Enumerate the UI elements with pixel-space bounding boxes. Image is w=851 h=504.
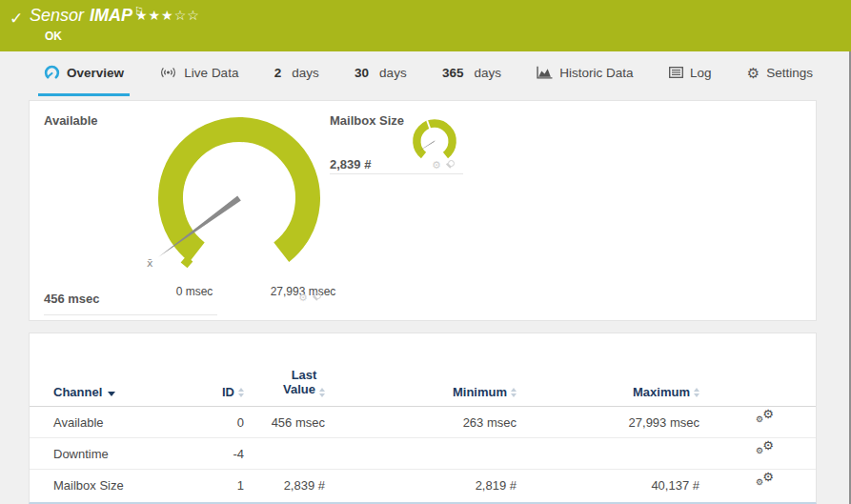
channel-maximum — [521, 438, 704, 470]
column-header-minimum-label: Minimum — [453, 385, 507, 399]
live-data-icon — [159, 66, 177, 79]
tab-30-days[interactable]: 30 days — [349, 51, 413, 96]
tab-365-days-number: 365 — [442, 66, 464, 80]
tab-2-days-label: days — [292, 66, 319, 80]
channel-name[interactable]: Downtime — [53, 438, 220, 470]
stars-filled: ★★★ — [135, 8, 174, 23]
sensor-name: IMAP — [90, 6, 132, 25]
channel-settings-icon[interactable]: ⚙⚙ — [756, 448, 774, 463]
gear-icon: ⚙ — [747, 66, 760, 80]
tab-365-days-label: days — [474, 66, 501, 80]
table-row-available[interactable]: Available 0 456 msec 263 msec 27,993 mse… — [30, 407, 816, 438]
log-icon — [669, 67, 683, 78]
channel-settings-icon[interactable]: ⚙⚙ — [756, 416, 774, 432]
channel-id: 1 — [220, 470, 249, 501]
channel-name[interactable]: Available — [53, 407, 220, 438]
gauge-settings-icon[interactable]: ⚙ — [432, 160, 441, 171]
status-badge: OK — [45, 30, 62, 43]
gauge-mailbox-tools: ⚙ — [432, 160, 454, 171]
channel-last-value — [249, 438, 330, 470]
column-header-id-label: ID — [222, 385, 234, 399]
divider — [330, 173, 463, 174]
tab-historic-data[interactable]: Historic Data — [531, 51, 638, 96]
channel-name[interactable]: Mailbox Size — [53, 470, 220, 501]
tab-live-data-label: Live Data — [184, 66, 238, 80]
column-header-channel-label: Channel — [53, 385, 102, 399]
channel-minimum: 2,819 # — [330, 470, 521, 501]
channel-maximum: 40,137 # — [521, 470, 704, 501]
channel-id: 0 — [220, 407, 249, 438]
sort-icon — [238, 388, 244, 397]
divider — [44, 314, 217, 315]
tab-historic-data-label: Historic Data — [559, 66, 633, 80]
stars-empty: ☆☆ — [174, 8, 200, 23]
tab-2-days-number: 2 — [274, 66, 282, 80]
channel-id: -4 — [220, 438, 249, 470]
tab-log[interactable]: Log — [663, 51, 718, 96]
status-check-icon: ✓ — [10, 9, 23, 29]
tab-2-days[interactable]: 2 days — [269, 51, 325, 96]
table-row-downtime[interactable]: Downtime -4 ⚙⚙ — [30, 438, 816, 470]
tab-log-label: Log — [690, 66, 712, 80]
sensor-type-label: Sensor — [30, 6, 84, 25]
sort-icon — [319, 388, 325, 397]
column-header-last-value[interactable]: Last Value — [249, 368, 330, 399]
channel-table-header: Channel ID Last Value Minimum Maximum — [30, 333, 816, 407]
gauge-available-value: 456 msec — [44, 292, 100, 306]
column-header-value-label: Value — [283, 382, 315, 396]
column-header-minimum[interactable]: Minimum — [330, 368, 521, 399]
channel-minimum: 263 msec — [330, 407, 521, 438]
page-title: SensorIMAP⚐ — [30, 6, 144, 26]
gauge-arc — [416, 124, 452, 155]
tab-overview-label: Overview — [67, 66, 124, 80]
gauge-average-marker: x̄ — [147, 257, 153, 270]
column-header-channel[interactable]: Channel — [53, 368, 220, 399]
gauge-settings-icon[interactable]: ⚙ — [298, 292, 308, 303]
historic-chart-icon — [537, 66, 553, 79]
sort-desc-icon — [108, 392, 115, 396]
column-header-maximum-label: Maximum — [633, 385, 690, 399]
column-header-id[interactable]: ID — [220, 368, 249, 399]
channel-last-value: 456 msec — [249, 407, 330, 438]
column-header-last-label: Last — [292, 368, 317, 382]
tab-overview[interactable]: Overview — [38, 51, 130, 96]
prtg-sensor-page: ✓ SensorIMAP⚐ ★★★☆☆ OK Overview Live Dat… — [0, 0, 851, 504]
gauge-pin-icon[interactable] — [312, 292, 320, 303]
gauge-mailbox-title: Mailbox Size — [330, 113, 404, 128]
tab-30-days-number: 30 — [355, 66, 369, 80]
gauge-available-tools: ⚙ — [298, 292, 320, 303]
gauge-min-label: 0 msec — [147, 285, 242, 298]
gauge-pin-icon[interactable] — [445, 160, 454, 171]
tab-settings-label: Settings — [766, 66, 813, 80]
channel-maximum: 27,993 msec — [521, 407, 704, 438]
channel-minimum — [330, 438, 521, 470]
column-header-maximum[interactable]: Maximum — [521, 368, 704, 399]
tab-bar: Overview Live Data 2 days 30 days 365 da… — [0, 51, 851, 96]
gauge-mailbox-value: 2,839 # — [330, 157, 371, 171]
tab-30-days-label: days — [379, 66, 407, 80]
channel-last-value: 2,839 # — [249, 470, 330, 501]
sensor-header: ✓ SensorIMAP⚐ ★★★☆☆ OK — [0, 0, 851, 51]
sort-icon — [694, 388, 699, 397]
tab-live-data[interactable]: Live Data — [153, 51, 244, 96]
sort-icon — [511, 388, 517, 397]
tab-settings[interactable]: ⚙ Settings — [741, 51, 819, 96]
table-row-mailbox-size[interactable]: Mailbox Size 1 2,839 # 2,819 # 40,137 # … — [30, 470, 816, 501]
channel-settings-icon[interactable]: ⚙⚙ — [756, 479, 774, 494]
gauge-icon — [44, 65, 60, 81]
priority-stars[interactable]: ★★★☆☆ — [135, 8, 200, 23]
available-gauge: x̄ — [139, 112, 339, 289]
tab-365-days[interactable]: 365 days — [436, 51, 507, 96]
gauges-panel: Available x̄ 0 msec 27,993 msec 456 msec… — [29, 100, 817, 321]
channel-table-panel: Channel ID Last Value Minimum Maximum — [29, 333, 817, 504]
gauge-available-title: Available — [44, 113, 98, 128]
